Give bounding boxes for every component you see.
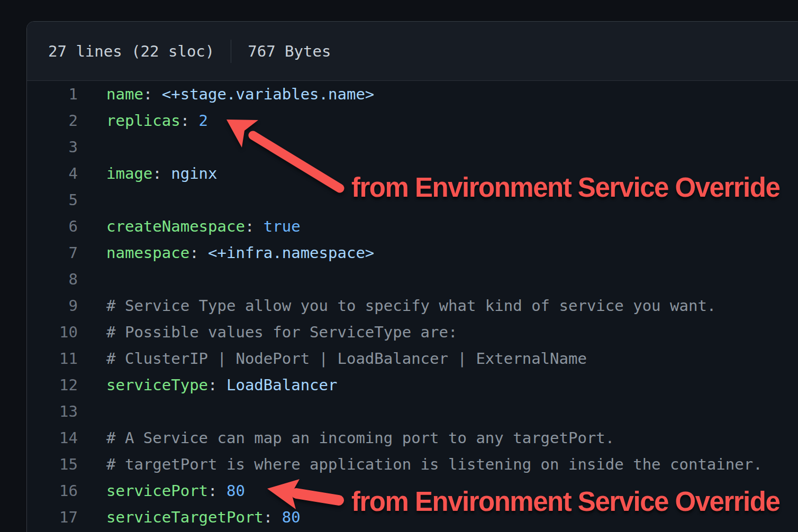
code-text: # Possible values for ServiceType are: <box>106 319 457 345</box>
token-punc: : <box>189 244 208 262</box>
line-number[interactable]: 10 <box>27 319 78 345</box>
token-num: true <box>264 217 301 235</box>
file-size-info: 767 Bytes <box>248 42 331 60</box>
header-divider <box>231 40 231 63</box>
line-number[interactable]: 2 <box>27 107 78 134</box>
line-number[interactable]: 16 <box>27 478 78 504</box>
code-line: 11# ClusterIP | NodePort | LoadBalancer … <box>27 345 798 372</box>
token-com: # Service Type allow you to specify what… <box>106 297 716 315</box>
token-key: serviceType <box>106 376 208 394</box>
line-number[interactable]: 3 <box>27 134 78 160</box>
token-punc: : <box>208 376 226 394</box>
code-line: 2replicas: 2 <box>27 107 798 134</box>
code-text: namespace: <+infra.namespace> <box>106 240 374 266</box>
token-com: # ClusterIP | NodePort | LoadBalancer | … <box>106 350 587 368</box>
line-number[interactable]: 5 <box>27 187 78 213</box>
code-line: 9# Service Type allow you to specify wha… <box>27 292 798 319</box>
file-viewer-panel: 27 lines (22 sloc) 767 Bytes 1name: <+st… <box>26 21 798 532</box>
line-number[interactable]: 8 <box>27 266 78 292</box>
token-num: 2 <box>199 112 208 130</box>
token-key: serviceTargetPort <box>106 508 264 526</box>
line-number[interactable]: 1 <box>27 81 78 107</box>
line-number[interactable]: 14 <box>27 425 78 451</box>
token-key: name <box>106 85 143 103</box>
token-punc: : <box>245 217 264 235</box>
code-blob: 1name: <+stage.variables.name>2replicas:… <box>27 81 798 530</box>
token-key: namespace <box>106 244 189 262</box>
code-lines: 1name: <+stage.variables.name>2replicas:… <box>27 81 798 530</box>
token-punc: : <box>180 112 199 130</box>
code-text: # ClusterIP | NodePort | LoadBalancer | … <box>106 345 587 372</box>
token-punc: : <box>152 164 171 182</box>
token-com: # targetPort is where application is lis… <box>106 455 763 473</box>
line-number[interactable]: 11 <box>27 345 78 372</box>
file-header: 27 lines (22 sloc) 767 Bytes <box>27 22 798 81</box>
token-punc: : <box>143 85 162 103</box>
code-text: # Service Type allow you to specify what… <box>106 292 716 319</box>
code-line: 6createNamespace: true <box>27 213 798 240</box>
line-number[interactable]: 17 <box>27 504 78 530</box>
token-str: LoadBalancer <box>226 376 338 394</box>
code-line: 3 <box>27 134 798 160</box>
line-number[interactable]: 12 <box>27 372 78 398</box>
token-punc: : <box>264 508 282 526</box>
token-str: nginx <box>171 164 217 182</box>
code-line: 7namespace: <+infra.namespace> <box>27 240 798 266</box>
token-str: <+stage.variables.name> <box>162 85 375 103</box>
code-line: 14# A Service can map an incoming port t… <box>27 425 798 451</box>
code-text: image: nginx <box>106 160 217 187</box>
line-number[interactable]: 15 <box>27 451 78 478</box>
file-lines-info: 27 lines (22 sloc) <box>48 42 214 60</box>
code-text: name: <+stage.variables.name> <box>106 81 374 107</box>
line-number[interactable]: 4 <box>27 160 78 187</box>
token-punc: : <box>208 482 226 500</box>
code-text: serviceTargetPort: 80 <box>106 504 301 530</box>
token-key: createNamespace <box>106 217 245 235</box>
line-number[interactable]: 6 <box>27 213 78 240</box>
code-line: 13 <box>27 398 798 425</box>
line-number[interactable]: 13 <box>27 398 78 425</box>
token-key: servicePort <box>106 482 208 500</box>
line-number[interactable]: 7 <box>27 240 78 266</box>
token-com: # Possible values for ServiceType are: <box>106 323 457 341</box>
annotation-label-service-port: from Environment Service Override <box>351 487 779 518</box>
token-key: image <box>106 164 152 182</box>
token-com: # A Service can map an incoming port to … <box>106 429 614 447</box>
token-key: replicas <box>106 112 180 130</box>
code-line: 12serviceType: LoadBalancer <box>27 372 798 398</box>
code-text: serviceType: LoadBalancer <box>106 372 338 398</box>
code-line: 15# targetPort is where application is l… <box>27 451 798 478</box>
code-line: 10# Possible values for ServiceType are: <box>27 319 798 345</box>
code-text: createNamespace: true <box>106 213 301 240</box>
code-text: replicas: 2 <box>106 107 208 134</box>
code-line: 8 <box>27 266 798 292</box>
code-line: 1name: <+stage.variables.name> <box>27 81 798 107</box>
code-text: # targetPort is where application is lis… <box>106 451 763 478</box>
code-text: servicePort: 80 <box>106 478 245 504</box>
line-number[interactable]: 9 <box>27 292 78 319</box>
token-str: <+infra.namespace> <box>208 244 374 262</box>
token-num: 80 <box>282 508 301 526</box>
token-num: 80 <box>226 482 245 500</box>
annotation-label-replicas: from Environment Service Override <box>351 172 779 204</box>
code-text: # A Service can map an incoming port to … <box>106 425 614 451</box>
page-background: { "colors": { "annotation_red": "#f7534f… <box>0 0 798 532</box>
